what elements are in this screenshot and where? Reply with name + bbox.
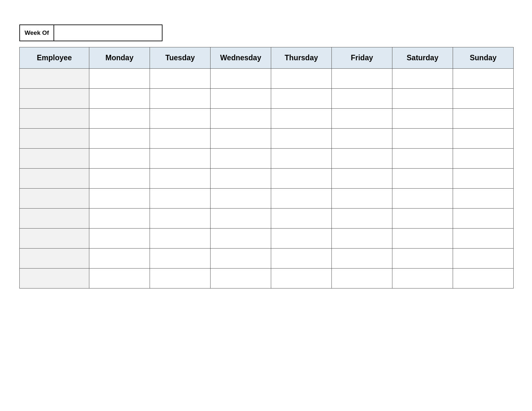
day-cell[interactable] (211, 89, 271, 109)
day-cell[interactable] (89, 269, 150, 289)
day-cell[interactable] (453, 129, 514, 149)
day-cell[interactable] (332, 89, 392, 109)
header-tuesday: Tuesday (150, 47, 211, 69)
day-cell[interactable] (89, 129, 150, 149)
day-cell[interactable] (150, 69, 211, 89)
day-cell[interactable] (332, 209, 392, 229)
day-cell[interactable] (89, 229, 150, 249)
day-cell[interactable] (392, 249, 453, 269)
day-cell[interactable] (150, 209, 211, 229)
day-cell[interactable] (332, 109, 392, 129)
day-cell[interactable] (211, 69, 271, 89)
day-cell[interactable] (392, 229, 453, 249)
day-cell[interactable] (150, 169, 211, 189)
day-cell[interactable] (453, 69, 514, 89)
day-cell[interactable] (392, 209, 453, 229)
employee-cell[interactable] (20, 229, 89, 249)
day-cell[interactable] (332, 189, 392, 209)
day-cell[interactable] (89, 69, 150, 89)
day-cell[interactable] (150, 189, 211, 209)
employee-cell[interactable] (20, 209, 89, 229)
day-cell[interactable] (392, 89, 453, 109)
day-cell[interactable] (271, 149, 332, 169)
day-cell[interactable] (332, 129, 392, 149)
employee-cell[interactable] (20, 189, 89, 209)
day-cell[interactable] (392, 269, 453, 289)
header-row: Employee Monday Tuesday Wednesday Thursd… (20, 47, 514, 69)
day-cell[interactable] (150, 109, 211, 129)
day-cell[interactable] (271, 109, 332, 129)
day-cell[interactable] (150, 229, 211, 249)
table-row (20, 249, 514, 269)
header-thursday: Thursday (271, 47, 332, 69)
day-cell[interactable] (89, 149, 150, 169)
day-cell[interactable] (89, 189, 150, 209)
day-cell[interactable] (271, 89, 332, 109)
day-cell[interactable] (271, 209, 332, 229)
day-cell[interactable] (392, 149, 453, 169)
day-cell[interactable] (271, 229, 332, 249)
day-cell[interactable] (453, 209, 514, 229)
day-cell[interactable] (89, 169, 150, 189)
day-cell[interactable] (211, 109, 271, 129)
header-saturday: Saturday (392, 47, 453, 69)
day-cell[interactable] (271, 249, 332, 269)
day-cell[interactable] (392, 169, 453, 189)
employee-cell[interactable] (20, 69, 89, 89)
day-cell[interactable] (453, 169, 514, 189)
table-row (20, 69, 514, 89)
day-cell[interactable] (332, 69, 392, 89)
day-cell[interactable] (211, 249, 271, 269)
day-cell[interactable] (211, 209, 271, 229)
employee-cell[interactable] (20, 149, 89, 169)
day-cell[interactable] (332, 249, 392, 269)
day-cell[interactable] (89, 209, 150, 229)
day-cell[interactable] (150, 129, 211, 149)
day-cell[interactable] (332, 229, 392, 249)
table-row (20, 269, 514, 289)
day-cell[interactable] (89, 89, 150, 109)
day-cell[interactable] (453, 269, 514, 289)
day-cell[interactable] (89, 249, 150, 269)
day-cell[interactable] (150, 89, 211, 109)
employee-cell[interactable] (20, 109, 89, 129)
employee-cell[interactable] (20, 249, 89, 269)
day-cell[interactable] (453, 149, 514, 169)
day-cell[interactable] (211, 229, 271, 249)
day-cell[interactable] (453, 249, 514, 269)
day-cell[interactable] (150, 149, 211, 169)
day-cell[interactable] (211, 269, 271, 289)
day-cell[interactable] (211, 189, 271, 209)
schedule-table: Employee Monday Tuesday Wednesday Thursd… (19, 47, 514, 289)
day-cell[interactable] (453, 109, 514, 129)
day-cell[interactable] (271, 69, 332, 89)
week-of-input[interactable] (54, 24, 163, 41)
day-cell[interactable] (211, 129, 271, 149)
day-cell[interactable] (150, 269, 211, 289)
day-cell[interactable] (392, 129, 453, 149)
day-cell[interactable] (392, 189, 453, 209)
employee-cell[interactable] (20, 269, 89, 289)
day-cell[interactable] (211, 169, 271, 189)
day-cell[interactable] (271, 169, 332, 189)
day-cell[interactable] (271, 269, 332, 289)
day-cell[interactable] (332, 149, 392, 169)
day-cell[interactable] (271, 189, 332, 209)
table-row (20, 149, 514, 169)
day-cell[interactable] (392, 109, 453, 129)
table-row (20, 89, 514, 109)
day-cell[interactable] (392, 69, 453, 89)
day-cell[interactable] (332, 269, 392, 289)
day-cell[interactable] (89, 109, 150, 129)
day-cell[interactable] (332, 169, 392, 189)
day-cell[interactable] (271, 129, 332, 149)
employee-cell[interactable] (20, 169, 89, 189)
day-cell[interactable] (150, 249, 211, 269)
day-cell[interactable] (211, 149, 271, 169)
employee-cell[interactable] (20, 89, 89, 109)
header-friday: Friday (332, 47, 392, 69)
day-cell[interactable] (453, 89, 514, 109)
day-cell[interactable] (453, 229, 514, 249)
employee-cell[interactable] (20, 129, 89, 149)
day-cell[interactable] (453, 189, 514, 209)
